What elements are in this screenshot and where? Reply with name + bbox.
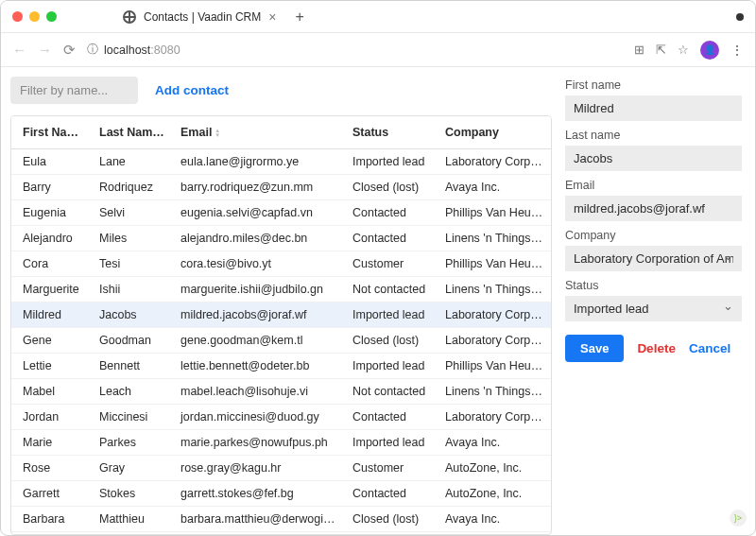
label-status: Status xyxy=(565,279,742,292)
window-controls xyxy=(12,11,57,22)
vaadin-badge-icon: }> xyxy=(730,510,747,527)
new-tab-button[interactable]: + xyxy=(295,9,303,26)
table-row[interactable]: GarrettStokesgarrett.stokes@fef.bgContac… xyxy=(11,481,551,507)
add-contact-button[interactable]: Add contact xyxy=(149,77,234,104)
table-row[interactable]: BarryRodriquezbarry.rodriquez@zun.mmClos… xyxy=(11,175,551,200)
last-name-field[interactable] xyxy=(565,146,742,171)
profile-avatar[interactable]: 👤 xyxy=(700,41,719,60)
table-row[interactable]: RoseGrayrose.gray@kagu.hrCustomerAutoZon… xyxy=(11,456,551,481)
table-row[interactable]: EugeniaSelvieugenia.selvi@capfad.vnConta… xyxy=(11,200,551,226)
maximize-window-button[interactable] xyxy=(46,11,57,22)
table-row[interactable]: AlejandroMilesalejandro.miles@dec.bnCont… xyxy=(11,226,551,251)
table-row[interactable]: EulaLaneeula.lane@jigrormo.yeImported le… xyxy=(11,149,551,175)
table-row[interactable]: MarieParkesmarie.parkes@nowufpus.phImpor… xyxy=(11,430,551,456)
cell-status: Imported lead xyxy=(345,155,438,168)
first-name-field[interactable] xyxy=(565,95,742,121)
cell-email: marie.parkes@nowufpus.ph xyxy=(173,436,345,449)
cell-first-name: Rose xyxy=(11,461,92,475)
table-row[interactable]: LettieBennettlettie.bennett@odeter.bbImp… xyxy=(11,354,551,379)
table-row[interactable]: GeneGoodmangene.goodman@kem.tlClosed (lo… xyxy=(11,328,551,354)
back-button[interactable]: ← xyxy=(12,42,26,58)
qr-icon[interactable]: ⊞ xyxy=(634,43,644,57)
status-select[interactable] xyxy=(565,296,742,321)
cell-email: eula.lane@jigrormo.ye xyxy=(173,155,345,168)
cell-status: Closed (lost) xyxy=(345,181,438,194)
cell-last-name: Parkes xyxy=(92,436,173,449)
contacts-grid: First Name▲▼ Last Name▲▼ Email▲▼ Status … xyxy=(10,115,552,535)
cell-company: Avaya Inc. xyxy=(438,436,551,449)
table-row[interactable]: BarbaraMatthieubarbara.matthieu@derwogi.… xyxy=(11,507,551,532)
close-window-button[interactable] xyxy=(12,11,23,22)
save-button[interactable]: Save xyxy=(565,335,624,362)
cell-last-name: Jacobs xyxy=(92,308,173,321)
table-row[interactable]: JeanRhodesjean.rhodes@wehovuce.guContact… xyxy=(11,532,551,534)
cell-first-name: Alejandro xyxy=(11,232,92,245)
cell-first-name: Mildred xyxy=(11,308,92,321)
table-row[interactable]: MargueriteIshiimarguerite.ishii@judbilo.… xyxy=(11,277,551,303)
header-first-name[interactable]: First Name▲▼ xyxy=(11,126,92,139)
minimize-window-button[interactable] xyxy=(29,11,40,22)
grid-header: First Name▲▼ Last Name▲▼ Email▲▼ Status … xyxy=(11,116,551,149)
table-row[interactable]: MabelLeachmabel.leach@lisohuje.viNot con… xyxy=(11,379,551,405)
cell-email: barry.rodriquez@zun.mm xyxy=(173,181,345,194)
header-email[interactable]: Email▲▼ xyxy=(173,126,345,139)
cell-first-name: Gene xyxy=(11,334,92,347)
table-row[interactable]: JordanMiccinesijordan.miccinesi@duod.gyC… xyxy=(11,405,551,430)
cell-status: Imported lead xyxy=(345,436,438,449)
reload-button[interactable]: ⟳ xyxy=(63,42,76,59)
address-bar[interactable]: ⓘ localhost:8080 xyxy=(87,42,623,58)
cell-last-name: Matthieu xyxy=(92,512,173,526)
cell-last-name: Goodman xyxy=(92,334,173,347)
edit-form: First name Last name Email Company Statu… xyxy=(552,67,755,535)
cell-last-name: Ishii xyxy=(92,283,173,296)
sort-icon: ▲▼ xyxy=(215,129,220,138)
browser-tab[interactable]: Contacts | Vaadin CRM × xyxy=(113,4,285,30)
cell-status: Customer xyxy=(345,461,438,475)
label-company: Company xyxy=(565,229,742,242)
cell-company: Laboratory Corpora xyxy=(438,410,551,424)
header-company[interactable]: Company xyxy=(438,126,551,139)
share-icon[interactable]: ⇱ xyxy=(656,43,666,57)
cell-company: Laboratory Corpora xyxy=(438,308,551,321)
cell-company: Phillips Van Heusen xyxy=(438,257,551,270)
table-row[interactable]: CoraTesicora.tesi@bivo.ytCustomerPhillip… xyxy=(11,251,551,277)
cell-email: eugenia.selvi@capfad.vn xyxy=(173,206,345,219)
bookmark-icon[interactable]: ☆ xyxy=(678,43,689,57)
cell-status: Imported lead xyxy=(345,359,438,372)
delete-button[interactable]: Delete xyxy=(637,341,676,355)
cell-first-name: Eula xyxy=(11,155,92,168)
label-first-name: First name xyxy=(565,78,742,92)
cell-last-name: Lane xyxy=(92,155,173,168)
cell-email: garrett.stokes@fef.bg xyxy=(173,487,345,500)
cell-email: barbara.matthieu@derwogi.jm xyxy=(173,512,345,526)
cell-last-name: Stokes xyxy=(92,487,173,500)
company-select[interactable] xyxy=(565,246,742,271)
header-status[interactable]: Status xyxy=(345,126,438,139)
cell-status: Not contacted xyxy=(345,283,438,296)
grid-body[interactable]: EulaLaneeula.lane@jigrormo.yeImported le… xyxy=(11,149,551,534)
cell-email: mildred.jacobs@joraf.wf xyxy=(173,308,345,321)
browser-menu-icon[interactable]: ⋮ xyxy=(730,43,744,58)
forward-button[interactable]: → xyxy=(38,42,52,58)
cell-status: Contacted xyxy=(345,487,438,500)
cell-last-name: Miccinesi xyxy=(92,410,173,424)
label-email: Email xyxy=(565,179,742,192)
cell-email: mabel.leach@lisohuje.vi xyxy=(173,385,345,398)
cell-status: Customer xyxy=(345,257,438,270)
site-info-icon[interactable]: ⓘ xyxy=(87,42,98,58)
url-text: localhost:8080 xyxy=(104,43,180,57)
window-menu-icon[interactable] xyxy=(736,13,744,21)
cell-first-name: Barry xyxy=(11,181,92,194)
cancel-button[interactable]: Cancel xyxy=(689,341,730,355)
filter-input[interactable] xyxy=(10,77,138,104)
cell-status: Not contacted xyxy=(345,385,438,398)
cell-status: Contacted xyxy=(345,232,438,245)
tab-close-icon[interactable]: × xyxy=(268,9,276,25)
header-last-name[interactable]: Last Name▲▼ xyxy=(92,126,173,139)
email-field[interactable] xyxy=(565,196,742,221)
browser-toolbar: ← → ⟳ ⓘ localhost:8080 ⊞ ⇱ ☆ 👤 ⋮ xyxy=(1,33,755,67)
cell-first-name: Garrett xyxy=(11,487,92,500)
cell-first-name: Marie xyxy=(11,436,92,449)
table-row[interactable]: MildredJacobsmildred.jacobs@joraf.wfImpo… xyxy=(11,303,551,328)
cell-last-name: Selvi xyxy=(92,206,173,219)
